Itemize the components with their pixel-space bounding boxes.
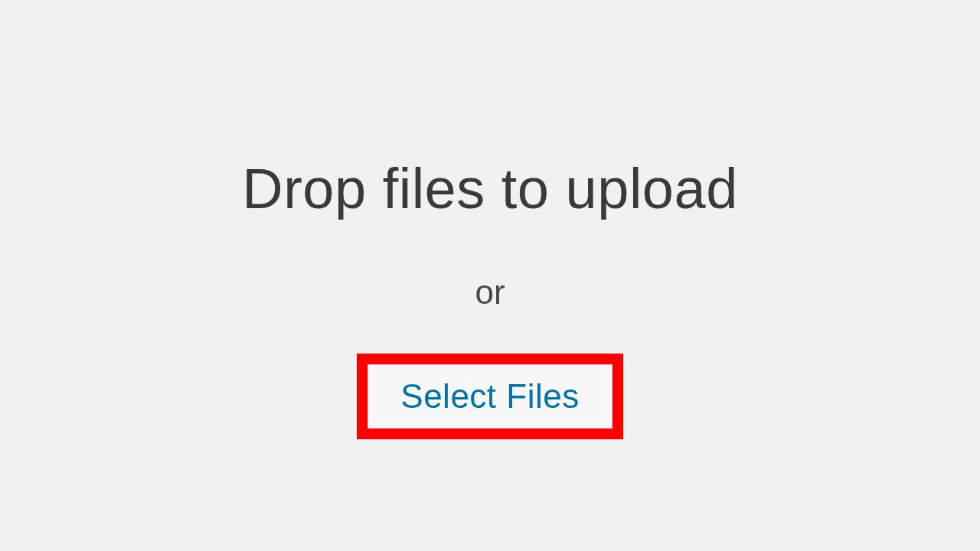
upload-heading: Drop files to upload bbox=[242, 158, 738, 220]
select-files-highlight: Select Files bbox=[357, 354, 622, 439]
upload-or-label: or bbox=[475, 273, 505, 311]
select-files-button[interactable]: Select Files bbox=[368, 364, 612, 429]
upload-dropzone[interactable]: Drop files to upload or Select Files bbox=[242, 158, 738, 439]
